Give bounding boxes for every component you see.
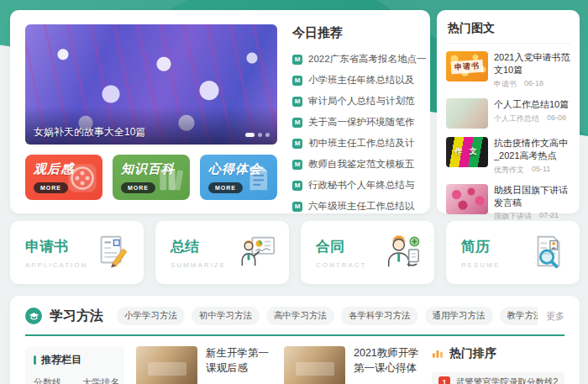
category-text: 申请书 APPLICATION bbox=[25, 237, 87, 269]
category-card-contract[interactable]: 合同 CONTRACT bbox=[301, 221, 434, 284]
quick-buttons-row: 观后感 MORE 知识百科 MORE 心得体会 MORE bbox=[25, 155, 277, 200]
hot-article-title: 抗击疫情作文高中_2021高考热点作... bbox=[494, 137, 570, 162]
category-card-application[interactable]: 申请书 APPLICATION bbox=[10, 221, 144, 284]
hot-article-title: 2021入党申请书范文10篇 bbox=[494, 51, 570, 76]
article-thumbnail: 作 文 bbox=[446, 137, 488, 167]
hot-article-date: 05-11 bbox=[532, 165, 550, 176]
hot-article-meta: 优秀作文 05-11 bbox=[494, 165, 570, 176]
category-cards-row: 申请书 APPLICATION 总结 SUMMARIZE 合同 CONTRACT… bbox=[10, 221, 580, 284]
today-recommend-title: 今日推荐 bbox=[292, 25, 427, 41]
category-text: 总结 SUMMARIZE bbox=[171, 237, 226, 269]
quick-button-experience[interactable]: 心得体会 MORE bbox=[200, 155, 277, 200]
tag-senior-study[interactable]: 高中学习方法 bbox=[266, 307, 334, 325]
article-thumbnail bbox=[446, 98, 488, 129]
tag-teaching-method[interactable]: 教学方法 bbox=[500, 307, 538, 325]
quick-button-encyclopedia[interactable]: 知识百科 MORE bbox=[113, 155, 190, 200]
category-title: 申请书 bbox=[25, 237, 87, 256]
hot-ranking-title: 热门排序 bbox=[449, 346, 496, 361]
hot-article-title: 个人工作总结10篇 bbox=[494, 98, 570, 111]
carousel-caption-bar: 女娲补天的故事大全10篇 bbox=[25, 107, 277, 145]
document-icon bbox=[242, 161, 274, 198]
hot-article-category[interactable]: 申请书 bbox=[494, 79, 517, 90]
study-article-item[interactable]: 2021教师开学第一课心得体会 九年级语文 bbox=[284, 346, 420, 384]
ranking-item[interactable]: 1 武警警官学院录取分数线2021 bbox=[432, 372, 564, 384]
category-title: 总结 bbox=[171, 237, 226, 256]
category-subtitle: APPLICATION bbox=[25, 261, 87, 269]
study-article-title: 新生开学第一课观后感 bbox=[206, 346, 272, 376]
today-item[interactable]: M 关于高一保护环境随笔作 bbox=[292, 112, 427, 133]
study-methods-card: 学习方法 小学学习方法 初中学习方法 高中学习方法 各学科学习方法 通用学习方法… bbox=[10, 296, 580, 384]
category-card-resume[interactable]: 简历 RESUME bbox=[446, 221, 580, 284]
contract-person-icon bbox=[384, 232, 423, 274]
thumbnail-watermark bbox=[296, 362, 334, 376]
hot-article-category[interactable]: 个人工作总结 bbox=[494, 113, 539, 124]
tag-primary-study[interactable]: 小学学习方法 bbox=[117, 307, 185, 325]
thumbnail-watermark bbox=[148, 362, 186, 376]
today-item-title: 初中班主任工作总结及计 bbox=[308, 137, 415, 150]
carousel-dot[interactable] bbox=[258, 133, 262, 137]
hot-article-item[interactable]: 作 文 抗击疫情作文高中_2021高考热点作... 优秀作文 05-11 bbox=[446, 137, 570, 176]
carousel-dot-active[interactable] bbox=[245, 133, 255, 137]
books-icon bbox=[155, 161, 186, 198]
article-thumbnail bbox=[446, 184, 488, 214]
green-doc-icon: M bbox=[292, 160, 302, 170]
today-recommend-list: M 2022广东省高考报名地点一 M 小学班主任年终总结以及 M 审计局个人总结… bbox=[292, 49, 427, 217]
application-doc-icon bbox=[93, 232, 132, 274]
hot-articles-list: 申请书 2021入党申请书范文10篇 申请书 06-18 个人工作总结10篇 个… bbox=[446, 51, 570, 222]
carousel-dot[interactable] bbox=[265, 133, 270, 137]
rank-number-badge: 1 bbox=[438, 376, 450, 384]
hot-article-date: 06-18 bbox=[524, 79, 543, 90]
hot-article-meta: 个人工作总结 06-08 bbox=[494, 113, 570, 124]
hot-article-info: 个人工作总结10篇 个人工作总结 06-08 bbox=[494, 98, 570, 129]
study-article-title: 2021教师开学第一课心得体会 bbox=[354, 346, 420, 376]
today-item[interactable]: M 审计局个人总结与计划范 bbox=[292, 91, 427, 112]
hero-carousel[interactable]: 女娲补天的故事大全10篇 bbox=[25, 24, 277, 145]
hot-article-item[interactable]: 助残日国旗下讲话发言稿 国旗下讲话 07-21 bbox=[446, 184, 570, 223]
hot-ranking-panel: 热门排序 1 武警警官学院录取分数线2021 bbox=[432, 346, 564, 384]
thumbnail-label: 申请书 bbox=[451, 59, 484, 74]
link-university-ranking[interactable]: 大学排名 bbox=[82, 376, 138, 384]
today-recommend-section: 今日推荐 M 2022广东省高考报名地点一 M 小学班主任年终总结以及 M 审计… bbox=[292, 25, 427, 217]
category-card-summary[interactable]: 总结 SUMMARIZE bbox=[155, 221, 289, 284]
recommend-columns-title: 推荐栏目 bbox=[41, 353, 81, 367]
today-item[interactable]: M 小学班主任年终总结以及 bbox=[292, 70, 427, 91]
tag-subject-study[interactable]: 各学科学习方法 bbox=[341, 307, 418, 325]
study-methods-header: 学习方法 小学学习方法 初中学习方法 高中学习方法 各学科学习方法 通用学习方法… bbox=[10, 296, 580, 325]
main-card: 女娲补天的故事大全10篇 观后感 MORE 知识百科 MORE 心得体会 MOR… bbox=[10, 10, 430, 213]
today-item-title: 审计局个人总结与计划范 bbox=[308, 95, 415, 108]
link-score-lines[interactable]: 分数线 bbox=[34, 376, 71, 384]
today-item[interactable]: M 初中班主任工作总结及计 bbox=[292, 133, 427, 154]
hot-article-item[interactable]: 申请书 2021入党申请书范文10篇 申请书 06-18 bbox=[446, 51, 570, 90]
tag-general-study[interactable]: 通用学习方法 bbox=[425, 307, 493, 325]
study-methods-body: 推荐栏目 分数线 大学排名 教学方法 小学学习方法 新生开学第一课观后感 九年级… bbox=[10, 336, 580, 384]
tag-junior-study[interactable]: 初中学习方法 bbox=[192, 307, 260, 325]
article-thumbnail bbox=[136, 346, 197, 384]
hot-ranking-header: 热门排序 bbox=[432, 346, 564, 361]
today-item[interactable]: M 2022广东省高考报名地点一 bbox=[292, 49, 427, 70]
today-item[interactable]: M 行政秘书个人年终总结与 bbox=[292, 175, 427, 196]
hot-article-item[interactable]: 个人工作总结10篇 个人工作总结 06-08 bbox=[446, 98, 570, 129]
green-doc-icon: M bbox=[292, 55, 302, 65]
today-item[interactable]: M 教师自我鉴定范文模板五 bbox=[292, 154, 427, 175]
hot-article-info: 2021入党申请书范文10篇 申请书 06-18 bbox=[494, 51, 570, 90]
carousel-caption[interactable]: 女娲补天的故事大全10篇 bbox=[34, 126, 145, 138]
today-item[interactable]: M 六年级班主任工作总结以 bbox=[292, 196, 427, 217]
more-link[interactable]: 更多 bbox=[546, 310, 564, 323]
bar-chart-icon bbox=[432, 347, 444, 360]
presentation-icon bbox=[239, 232, 277, 274]
category-subtitle: SUMMARIZE bbox=[171, 261, 226, 269]
green-doc-icon: M bbox=[292, 139, 302, 149]
today-item-title: 2022广东省高考报名地点一 bbox=[308, 53, 427, 66]
recommend-columns-header: 推荐栏目 bbox=[34, 353, 116, 367]
category-text: 简历 RESUME bbox=[461, 237, 500, 269]
recommend-columns-panel: 推荐栏目 分数线 大学排名 教学方法 小学学习方法 bbox=[25, 346, 124, 384]
hot-article-category[interactable]: 优秀作文 bbox=[494, 165, 524, 176]
hot-article-title: 助残日国旗下讲话发言稿 bbox=[494, 184, 570, 209]
study-article-item[interactable]: 新生开学第一课观后感 九年级语文 bbox=[136, 346, 272, 384]
quick-button-review[interactable]: 观后感 MORE bbox=[25, 155, 102, 200]
green-doc-icon: M bbox=[292, 97, 302, 107]
thumbnail-label: 作 文 bbox=[454, 146, 480, 157]
category-title: 简历 bbox=[461, 237, 500, 256]
category-subtitle: RESUME bbox=[461, 261, 500, 269]
hot-articles-card: 热门图文 申请书 2021入党申请书范文10篇 申请书 06-18 个人工作总结… bbox=[437, 10, 580, 213]
